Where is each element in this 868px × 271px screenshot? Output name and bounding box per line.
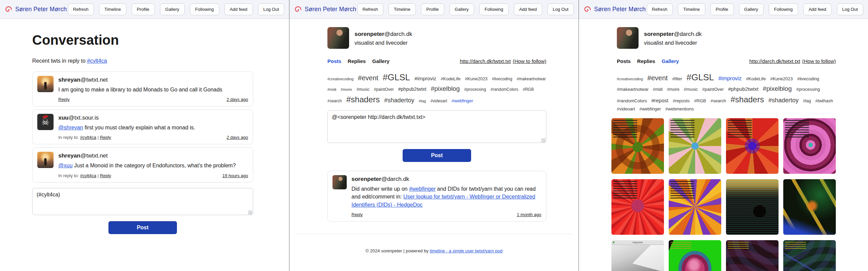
nav-refresh-button[interactable]: Refresh — [68, 3, 94, 15]
hashtag-RGB[interactable]: #RGB — [523, 87, 534, 92]
brand[interactable]: Søren Peter Mørch — [5, 6, 67, 13]
gallery-image-kaleidoscope-red-purple[interactable] — [726, 118, 779, 174]
nav-profile-button[interactable]: Profile — [710, 3, 734, 15]
nav-gallery-button[interactable]: Gallery — [739, 3, 764, 15]
hashtag-webfinger[interactable]: #webfinger — [639, 106, 661, 112]
reply-link[interactable]: Reply — [351, 212, 363, 217]
hashtag-Kune2023[interactable]: #Kune2023 — [770, 76, 793, 82]
nav-profile-button[interactable]: Profile — [132, 3, 155, 15]
hashtag-GLSL[interactable]: #GLSL — [383, 71, 410, 83]
powered-by-link[interactable]: timeline - a single user twtxt/yarn pod — [430, 248, 503, 253]
twt-author[interactable]: xuu — [58, 114, 68, 121]
reply-composer-textarea[interactable]: (#cylt4ca) — [32, 188, 253, 215]
hashtag-processing[interactable]: #processing — [464, 87, 486, 92]
nav-timeline-button[interactable]: Timeline — [99, 3, 126, 15]
how-to-follow-link[interactable]: (How to follow) — [513, 58, 546, 64]
tab-gallery[interactable]: Gallery — [372, 58, 389, 64]
tab-replies[interactable]: Replies — [637, 58, 655, 64]
gallery-image-mesh-dark-green[interactable] — [783, 240, 836, 271]
brand[interactable]: Søren Peter Mørch — [584, 6, 646, 13]
inline-link[interactable]: @xuu — [58, 163, 73, 168]
hashtag-paintOver[interactable]: #paintOver — [702, 86, 724, 92]
hashtag-paintOver[interactable]: #paintOver — [374, 87, 394, 92]
how-to-follow-link[interactable]: (How to follow) — [802, 58, 836, 64]
gallery-image-kaleidoscope-orange-purple[interactable] — [669, 179, 721, 235]
nav-gallery-button[interactable]: Gallery — [160, 3, 185, 15]
hashtag-improviz[interactable]: #improviz — [718, 75, 741, 82]
twt-timestamp[interactable]: 2 days ago — [226, 97, 248, 102]
hashtag-search[interactable]: #search — [327, 98, 342, 104]
hashtag-moire[interactable]: #moire — [341, 87, 352, 92]
nav-following-button[interactable]: Following — [769, 3, 798, 15]
hashtag-shaders[interactable]: #shaders — [346, 94, 380, 105]
post-button[interactable]: Post — [403, 149, 471, 162]
brand-name[interactable]: Søren Peter Mørch — [15, 6, 67, 13]
mention-composer-textarea[interactable]: @<sorenpeter http://darch.dk/twtxt.txt> — [327, 110, 546, 143]
hashtag-randomColors[interactable]: #randomColors — [490, 87, 518, 92]
nav-timeline-button[interactable]: Timeline — [678, 3, 705, 15]
hashtag-videoart[interactable]: #videoart — [430, 98, 447, 104]
hashtag-makeartnotwar[interactable]: #makeartnotwar — [517, 76, 546, 82]
nav-addfeed-button[interactable]: Add feed — [224, 3, 253, 15]
nav-logout-button[interactable]: Log Out — [547, 3, 574, 15]
reply-link[interactable]: Reply — [58, 97, 69, 102]
hashtag-reposts[interactable]: #reposts — [673, 98, 690, 104]
gallery-image-kaleidoscope-pink-olive[interactable] — [669, 118, 721, 174]
hashtag-livecoding[interactable]: #livecoding — [492, 76, 512, 82]
hashtag-videoart[interactable]: #videoart — [617, 106, 635, 112]
hashtag-tag[interactable]: #tag — [803, 98, 811, 104]
hashtag-KodeLife[interactable]: #KodeLife — [441, 76, 461, 82]
twt-timestamp[interactable]: 1 month ago — [517, 212, 541, 217]
tab-posts[interactable]: Posts — [327, 58, 341, 64]
brand-name[interactable]: Søren Peter Mørch — [305, 6, 356, 13]
hashtag-pixelblog[interactable]: #pixelblog — [431, 84, 460, 93]
nav-logout-button[interactable]: Log Out — [258, 3, 284, 15]
feed-url-link[interactable]: http://darch.dk/twtxt.txt — [460, 58, 511, 64]
nav-gallery-button[interactable]: Gallery — [449, 3, 474, 15]
gallery-image-livecoding-performance-photo[interactable] — [726, 179, 779, 235]
conversation-hash-link[interactable]: #cylt4ca — [87, 58, 107, 64]
hashtag-pixelblog[interactable]: #pixelblog — [763, 84, 792, 93]
nav-following-button[interactable]: Following — [479, 3, 509, 15]
twt-author[interactable]: shreyan — [58, 152, 80, 159]
hashtag-shaders[interactable]: #shaders — [730, 94, 764, 105]
hashtag-creativecoding[interactable]: #creativecoding — [327, 77, 354, 82]
twt-author[interactable]: sorenpeter — [351, 176, 381, 182]
in-reply-to-hash-link[interactable]: #cylt4ca — [80, 173, 96, 178]
hashtag-webmentions[interactable]: #webmentions — [665, 106, 694, 112]
hashtag-music[interactable]: #music — [357, 87, 369, 92]
twt-timestamp[interactable]: 2 days ago — [226, 135, 248, 140]
nav-refresh-button[interactable]: Refresh — [357, 3, 384, 15]
hashtag-repost[interactable]: #repost — [651, 97, 668, 104]
hashtag-midi[interactable]: #midi — [327, 87, 336, 92]
hashtag-midi[interactable]: #midi — [653, 87, 663, 92]
twt-author[interactable]: shreyan — [58, 77, 80, 83]
brand[interactable]: Søren Peter Mørch — [294, 6, 356, 13]
gallery-image-radial-rings-pink[interactable] — [783, 118, 836, 174]
hashtag-event[interactable]: #event — [358, 74, 378, 83]
hashtag-randomColors[interactable]: #randomColors — [617, 98, 647, 104]
hashtag-event[interactable]: #event — [647, 74, 668, 83]
nav-following-button[interactable]: Following — [190, 3, 219, 15]
tab-gallery[interactable]: Gallery — [662, 58, 679, 64]
hashtag-makeartnotwar[interactable]: #makeartnotwar — [617, 86, 648, 92]
hashtag-music[interactable]: #music — [684, 86, 698, 92]
hashtag-RGB[interactable]: #RGB — [694, 98, 706, 104]
reply-link[interactable]: Reply — [100, 135, 111, 140]
hashtag-twthash[interactable]: #twthash — [815, 98, 833, 104]
tab-replies[interactable]: Replies — [348, 58, 366, 64]
hashtag-tag[interactable]: #tag — [419, 99, 426, 104]
hashtag-phpub2twtxt[interactable]: #phpub2twtxt — [728, 86, 758, 92]
hashtag-Kune2023[interactable]: #Kune2023 — [465, 76, 488, 82]
post-button[interactable]: Post — [108, 221, 177, 234]
hashtag-livecoding[interactable]: #livecoding — [797, 76, 819, 82]
hashtag-improviz[interactable]: #improviz — [415, 75, 436, 82]
hashtag-KodeLife[interactable]: #KodeLife — [746, 76, 766, 82]
hashtag-search[interactable]: #search — [710, 98, 726, 104]
hashtag-creativecoding[interactable]: #creativecoding — [617, 77, 643, 82]
hashtag-GLSL[interactable]: #GLSL — [686, 71, 714, 83]
hashtag-phpub2twtxt[interactable]: #phpub2twtxt — [398, 86, 426, 92]
brand-name[interactable]: Søren Peter Mørch — [594, 6, 646, 13]
gallery-image-wireframe-blob-green[interactable] — [669, 240, 721, 271]
nav-addfeed-button[interactable]: Add feed — [514, 3, 542, 15]
